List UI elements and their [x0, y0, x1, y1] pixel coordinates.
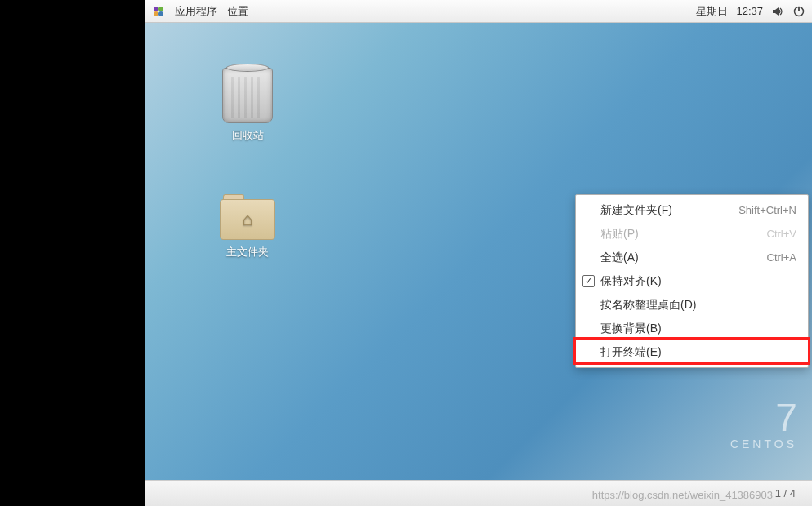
menu-item-shortcut: Shift+Ctrl+N: [738, 204, 796, 216]
svg-point-3: [158, 11, 163, 16]
menu-item-label: 全选(A): [600, 251, 639, 265]
context-menu-item-6[interactable]: 打开终端(E): [576, 340, 808, 364]
top-panel-right: 星期日 12:37: [696, 4, 805, 19]
os-version: 7: [730, 398, 797, 437]
menu-item-label: 打开终端(E): [600, 345, 662, 360]
folder-icon: ⌂: [220, 194, 275, 240]
trash-icon: [222, 68, 273, 123]
menu-item-label: 保持对齐(K): [600, 274, 662, 289]
home-folder-label: 主文件夹: [211, 245, 284, 260]
context-menu-item-0[interactable]: 新建文件夹(F)Shift+Ctrl+N: [576, 198, 808, 222]
clock-time[interactable]: 12:37: [736, 5, 763, 17]
home-folder-desktop-icon[interactable]: ⌂ 主文件夹: [211, 194, 284, 260]
top-panel: 应用程序 位置 星期日 12:37: [145, 0, 812, 23]
context-menu-item-1: 粘贴(P)Ctrl+V: [576, 222, 808, 246]
applications-menu[interactable]: 应用程序: [175, 4, 217, 19]
trash-desktop-icon[interactable]: 回收站: [211, 68, 284, 143]
svg-point-0: [154, 7, 158, 11]
page-indicator: 1 / 4: [775, 487, 796, 499]
os-branding: 7 CENTOS: [730, 398, 797, 451]
menu-item-label: 按名称整理桌面(D): [600, 298, 696, 313]
menu-item-label: 粘贴(P): [600, 227, 639, 242]
top-panel-left: 应用程序 位置: [152, 4, 248, 19]
menu-item-shortcut: Ctrl+V: [767, 228, 796, 240]
volume-icon[interactable]: [771, 5, 784, 18]
menu-item-shortcut: Ctrl+A: [767, 251, 796, 264]
clock-day[interactable]: 星期日: [696, 4, 728, 19]
menu-item-label: 更换背景(B): [600, 322, 662, 336]
desktop-screen: 应用程序 位置 星期日 12:37 回收站 ⌂ 主文件夹: [145, 0, 812, 506]
check-icon: ✓: [582, 275, 595, 287]
menu-item-label: 新建文件夹(F): [600, 203, 672, 218]
power-icon[interactable]: [792, 5, 805, 18]
viewer-status-bar: https://blog.csdn.net/weixin_41386903 1 …: [145, 480, 812, 506]
context-menu-item-2[interactable]: 全选(A)Ctrl+A: [576, 246, 808, 269]
places-menu[interactable]: 位置: [227, 4, 248, 19]
context-menu-item-3[interactable]: ✓保持对齐(K): [576, 269, 808, 293]
watermark-text: https://blog.csdn.net/weixin_41386903: [592, 489, 773, 501]
desktop-context-menu: 新建文件夹(F)Shift+Ctrl+N粘贴(P)Ctrl+V全选(A)Ctrl…: [575, 194, 809, 368]
os-name: CENTOS: [730, 437, 797, 451]
context-menu-item-5[interactable]: 更换背景(B): [576, 317, 808, 340]
svg-point-1: [158, 7, 163, 11]
svg-point-2: [154, 11, 158, 16]
system-logo-icon[interactable]: [152, 5, 165, 18]
trash-label: 回收站: [211, 128, 284, 143]
context-menu-item-4[interactable]: 按名称整理桌面(D): [576, 293, 808, 317]
